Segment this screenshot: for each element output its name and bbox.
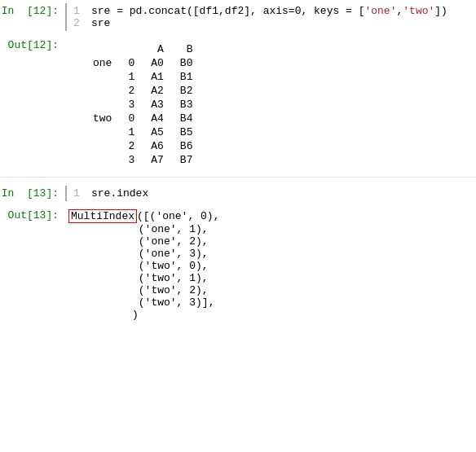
string-two: 'two' [403,5,434,17]
table-row: 1 A5 B5 [85,125,201,139]
group-label-empty [85,70,120,84]
cell-b: B0 [172,56,201,70]
group-label-empty [85,153,120,167]
code-line-2: 2sre [73,17,473,29]
line-num: 1 [73,5,85,17]
cell-b: B7 [172,153,201,167]
cell-label-in13: In [13]: [0,186,65,201]
cell-b: B6 [172,139,201,153]
group-label-empty [85,84,120,98]
df-header-empty2 [120,42,143,56]
table-row: 2 A6 B6 [85,139,201,153]
row-idx: 2 [120,84,143,98]
group-label-empty [85,98,120,112]
group-label-empty [85,125,120,139]
line-num-2: 2 [73,17,85,29]
multiindex-output: MultiIndex([('one', 0), ('one', 1), ('on… [68,210,219,321]
row-idx: 1 [120,125,143,139]
row-idx: 0 [120,56,143,70]
cell-b: B2 [172,84,201,98]
group-label-two: two [85,112,120,125]
cell-label-out12: Out[12]: [0,37,65,169]
string-one: 'one' [364,5,396,17]
table-row: 1 A1 B1 [85,70,201,84]
cell-out13: Out[13]: MultiIndex([('one', 0), ('one',… [0,204,476,326]
code-text: sre = pd.concat([df1,df2], axis=0, keys … [91,5,447,17]
cell-in12: In [12]: 1sre = pd.concat([df1,df2], axi… [0,0,476,34]
df-header-empty1 [85,42,120,56]
cell-a: A0 [143,56,172,70]
table-row: 3 A3 B3 [85,98,201,112]
group-label: one [85,56,120,70]
df-header-b: B [172,42,201,56]
table-row: 2 A2 B2 [85,84,201,98]
cell-a: A3 [143,98,172,112]
row-idx: 1 [120,70,143,84]
cell-label-in12: In [12]: [0,3,65,31]
cell-b: B5 [172,125,201,139]
row-idx: 3 [120,98,143,112]
cell-b: B3 [172,98,201,112]
cell-label-out13: Out[13]: [0,208,65,323]
code-line-1: 1sre = pd.concat([df1,df2], axis=0, keys… [73,5,473,17]
cell-a: A1 [143,70,172,84]
code-line-13-1: 1sre.index [73,187,473,200]
row-idx: 0 [120,112,143,125]
cell-a: A5 [143,125,172,139]
cell-content-in12: 1sre = pd.concat([df1,df2], axis=0, keys… [65,3,476,31]
df-header-row: A B [85,42,201,56]
cell-a: A4 [143,112,172,125]
cell-in13: In [13]: 1sre.index [0,182,476,204]
row-idx: 2 [120,139,143,153]
cell-b: B4 [172,112,201,125]
cell-out12: Out[12]: A B one 0 A0 B0 [0,34,476,172]
cell-b: B1 [172,70,201,84]
cell-separator [0,177,476,178]
code-sre-index: sre.index [91,187,148,200]
cell-content-out13: MultiIndex([('one', 0), ('one', 1), ('on… [65,208,476,323]
table-row: one 0 A0 B0 [85,56,201,70]
group-label-empty [85,139,120,153]
cell-content-out12: A B one 0 A0 B0 1 A1 B1 [65,37,476,169]
cell-a: A6 [143,139,172,153]
df-header-a: A [143,42,172,56]
line-num-13: 1 [73,187,85,200]
dataframe-table: A B one 0 A0 B0 1 A1 B1 [85,42,201,167]
row-idx: 3 [120,153,143,167]
table-row: 3 A7 B7 [85,153,201,167]
cell-content-in13: 1sre.index [65,186,476,201]
cell-a: A2 [143,84,172,98]
table-row: two 0 A4 B4 [85,112,201,125]
cell-a: A7 [143,153,172,167]
multiindex-label: MultiIndex [68,209,137,223]
code-text-2: sre [91,17,110,29]
